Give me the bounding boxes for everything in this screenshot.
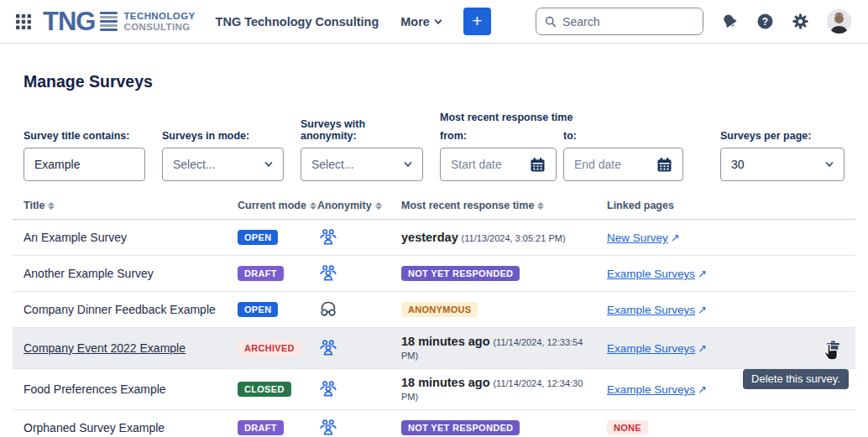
search-box[interactable]	[536, 8, 703, 35]
survey-title[interactable]: Orphaned Survey Example	[24, 421, 165, 434]
surveys-table: TitleCurrent modeAnonymityMost recent re…	[24, 198, 844, 437]
calendar-icon[interactable]	[530, 157, 546, 173]
chevron-down-icon	[404, 160, 412, 169]
table-row: Orphaned Survey Example DRAFT NOT YET RE…	[13, 410, 855, 437]
response-time-group-label: Most recent response time	[440, 112, 683, 123]
mode-badge: ARCHIVED	[238, 341, 301, 356]
table-row: Company Event 2022 Example ARCHIVED 18 m…	[13, 328, 855, 369]
group-anonymity-icon	[317, 263, 339, 284]
filter-mode-select[interactable]: Select...	[162, 148, 284, 181]
table-row: Another Example Survey DRAFT NOT YET RES…	[13, 256, 855, 292]
logo-wordmark: TNG	[43, 8, 95, 34]
response-status-badge: NOT YET RESPONDED	[401, 420, 520, 435]
notifications-bell-icon[interactable]	[721, 13, 739, 30]
filter-mode-label: Surveys in mode:	[162, 130, 284, 142]
table-row: Food Preferences Example CLOSED 18 minut…	[13, 369, 855, 410]
linked-page-link[interactable]: New Survey	[607, 232, 668, 244]
filter-to-date[interactable]	[563, 148, 683, 181]
filter-anonymity-label: Surveys with anonymity:	[301, 118, 423, 142]
end-date-input[interactable]	[574, 158, 650, 171]
filter-bar: Survey title contains: Surveys in mode: …	[24, 112, 844, 181]
group-anonymity-icon	[317, 226, 339, 248]
page-title: Manage Surveys	[24, 72, 844, 91]
column-header-current-mode[interactable]: Current mode	[238, 200, 317, 211]
filter-perpage-label: Surveys per page:	[720, 130, 844, 142]
response-status-badge: ANONYMOUS	[401, 302, 478, 317]
main-content: Manage Surveys Survey title contains: Su…	[0, 72, 868, 437]
chevron-down-icon	[264, 160, 273, 169]
external-link-icon: ↗	[671, 232, 680, 244]
column-header-title[interactable]: Title	[24, 200, 238, 211]
group-anonymity-icon	[317, 378, 339, 400]
linked-page-link[interactable]: Example Surveys	[607, 304, 695, 316]
calendar-icon[interactable]	[656, 157, 672, 173]
settings-gear-icon[interactable]	[792, 13, 809, 30]
filter-title-label: Survey title contains:	[24, 130, 145, 142]
nav-space-title[interactable]: TNG Technology Consulting	[216, 15, 379, 29]
app-switcher-icon[interactable]	[15, 13, 32, 30]
external-link-icon: ↗	[698, 304, 707, 316]
column-header-anonymity[interactable]: Anonymity	[317, 200, 401, 211]
survey-title[interactable]: Company Event 2022 Example	[24, 341, 186, 355]
sort-icon[interactable]	[537, 202, 544, 210]
filter-from-label: from:	[440, 130, 557, 142]
start-date-input[interactable]	[451, 158, 523, 171]
nav-more-label: More	[400, 15, 430, 29]
search-icon	[545, 15, 557, 29]
filter-anonymity-select[interactable]: Select...	[301, 148, 423, 181]
mode-badge: CLOSED	[238, 382, 291, 397]
app-header: TNG TECHNOLOGY CONSULTING TNG Technology…	[0, 0, 868, 44]
sort-icon[interactable]	[48, 202, 55, 210]
table-header-row: TitleCurrent modeAnonymityMost recent re…	[13, 198, 855, 220]
survey-title[interactable]: Food Preferences Example	[24, 382, 166, 396]
external-link-icon: ↗	[698, 268, 707, 280]
mode-badge: DRAFT	[238, 266, 284, 281]
response-status-badge: NOT YET RESPONDED	[401, 266, 520, 281]
logo-line1: TECHNOLOGY	[123, 11, 195, 22]
filter-perpage-select[interactable]: 30	[720, 148, 844, 181]
chevron-down-icon	[434, 18, 442, 26]
filter-from-date[interactable]	[440, 148, 557, 181]
response-time: yesterday	[401, 231, 458, 244]
column-header-most-recent-response-time[interactable]: Most recent response time	[401, 200, 607, 211]
response-time: 18 minutes ago	[401, 376, 490, 389]
linked-page-link[interactable]: Example Surveys	[607, 342, 695, 355]
group-anonymity-icon	[317, 417, 339, 437]
response-time: 18 minutes ago	[401, 335, 490, 348]
sort-icon[interactable]	[310, 202, 316, 210]
column-header-linked-pages: Linked pages	[607, 200, 808, 211]
linked-page-link[interactable]: Example Surveys	[607, 268, 695, 280]
filter-to-label: to:	[563, 130, 683, 142]
response-time-detail: (11/13/2024, 3:05:21 PM)	[462, 233, 566, 243]
survey-title[interactable]: An Example Survey	[24, 231, 127, 244]
survey-title[interactable]: Another Example Survey	[24, 267, 154, 280]
delete-survey-button[interactable]	[824, 340, 841, 356]
table-row: Company Dinner Feedback Example OPEN ANO…	[13, 292, 855, 328]
filter-title-input[interactable]	[34, 158, 134, 171]
search-input[interactable]	[562, 15, 694, 29]
sort-icon[interactable]	[375, 202, 382, 210]
chevron-down-icon	[825, 160, 834, 169]
create-button[interactable]: +	[463, 8, 491, 35]
anonymous-icon	[317, 299, 339, 320]
external-link-icon: ↗	[698, 383, 707, 396]
mode-badge: OPEN	[238, 302, 278, 317]
tng-logo[interactable]: TNG TECHNOLOGY CONSULTING	[43, 8, 196, 34]
mode-badge: OPEN	[238, 230, 278, 245]
svg-text:?: ?	[762, 16, 768, 28]
logo-line2: CONSULTING	[123, 22, 195, 33]
group-anonymity-icon	[317, 337, 339, 359]
trash-icon	[825, 340, 841, 356]
mode-badge: DRAFT	[238, 420, 284, 435]
help-icon[interactable]: ?	[756, 13, 774, 30]
table-row: An Example Survey OPEN yesterday (11/13/…	[13, 220, 855, 256]
nav-more-menu[interactable]: More	[400, 15, 442, 29]
logo-bars-icon	[100, 12, 118, 31]
linked-page-link[interactable]: Example Surveys	[607, 383, 695, 396]
tooltip: Delete this survey.	[743, 369, 849, 389]
survey-title[interactable]: Company Dinner Feedback Example	[24, 303, 216, 316]
no-linked-page-badge: NONE	[607, 420, 648, 435]
user-avatar[interactable]	[827, 9, 851, 34]
external-link-icon: ↗	[698, 342, 707, 355]
